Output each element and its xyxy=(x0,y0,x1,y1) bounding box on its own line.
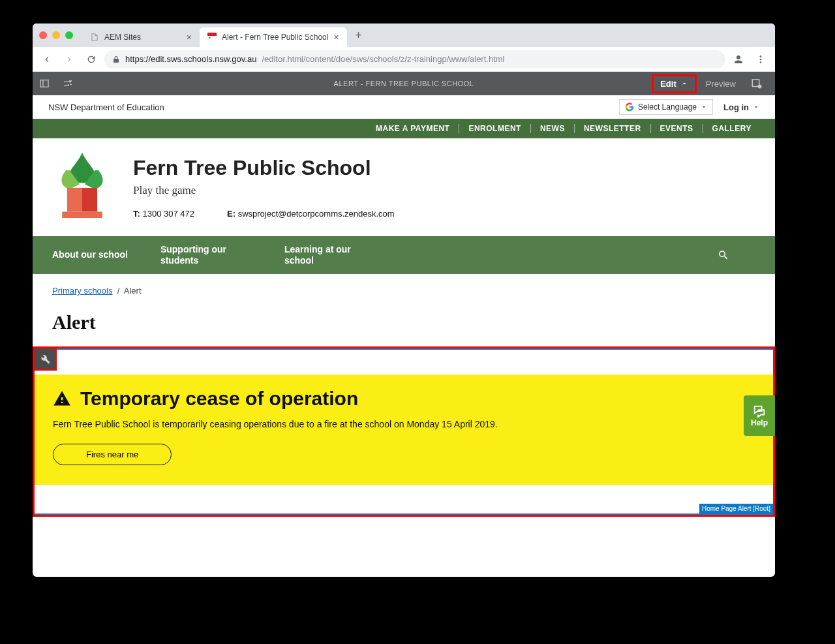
nav-item[interactable]: Learning at our school xyxy=(284,244,376,267)
svg-rect-1 xyxy=(207,36,217,42)
back-button[interactable] xyxy=(38,50,56,69)
phone-value: 1300 307 472 xyxy=(142,209,194,219)
school-header: Fern Tree Public School Play the game T:… xyxy=(33,138,775,236)
warning-icon xyxy=(53,390,71,408)
zoom-window-button[interactable] xyxy=(65,31,73,39)
language-selector[interactable]: Select Language xyxy=(619,99,713,115)
window-controls xyxy=(39,31,73,39)
utility-link[interactable]: MAKE A PAYMENT xyxy=(367,119,459,138)
browser-tab[interactable]: AEM Sites × xyxy=(82,27,200,47)
annotate-icon[interactable] xyxy=(745,72,768,95)
login-label: Log in xyxy=(723,102,749,112)
browser-tab[interactable]: Alert - Fern Tree Public School × xyxy=(200,27,347,47)
svg-point-2 xyxy=(209,37,210,38)
chevron-down-icon xyxy=(680,80,688,87)
svg-rect-14 xyxy=(62,211,102,218)
svg-point-5 xyxy=(760,61,762,63)
help-tab[interactable]: Help xyxy=(744,395,775,436)
close-tab-icon[interactable]: × xyxy=(333,32,339,42)
chevron-down-icon xyxy=(753,104,759,110)
page-icon xyxy=(207,33,217,42)
email-value: swsproject@detcorpcomms.zendesk.com xyxy=(238,209,395,219)
reload-button[interactable] xyxy=(82,50,100,69)
svg-rect-13 xyxy=(82,188,97,211)
profile-icon[interactable] xyxy=(729,50,748,69)
svg-rect-12 xyxy=(67,188,82,211)
svg-rect-0 xyxy=(207,33,217,36)
close-tab-icon[interactable]: × xyxy=(187,32,192,42)
tab-title: Alert - Fern Tree Public School xyxy=(222,33,328,42)
edit-mode-dropdown[interactable]: Edit xyxy=(652,74,697,93)
svg-point-11 xyxy=(758,85,762,89)
svg-point-3 xyxy=(760,55,762,57)
minimize-window-button[interactable] xyxy=(52,31,60,39)
utility-link[interactable]: NEWS xyxy=(531,119,574,138)
svg-point-8 xyxy=(69,81,71,83)
editor-toolbar: ALERT - FERN TREE PUBLIC SCHOOL Edit Pre… xyxy=(33,72,775,95)
page-title: Alert xyxy=(33,302,775,346)
email-label: E: xyxy=(227,209,235,219)
nav-item[interactable]: About our school xyxy=(52,249,128,261)
utility-link[interactable]: EVENTS xyxy=(651,119,703,138)
login-link[interactable]: Log in xyxy=(723,102,759,112)
close-window-button[interactable] xyxy=(39,31,47,39)
school-title-block: Fern Tree Public School Play the game T:… xyxy=(133,156,395,219)
browser-navbar: https://edit.sws.schools.nsw.gov.au/edit… xyxy=(33,47,775,72)
alert-box: Temporary cease of operation Fern Tree P… xyxy=(35,375,773,485)
preview-button[interactable]: Preview xyxy=(706,79,736,89)
site-top-strip: NSW Department of Education Select Langu… xyxy=(33,95,775,119)
school-contacts: T: 1300 307 472 E: swsproject@detcorpcom… xyxy=(133,209,395,219)
school-logo xyxy=(51,151,114,223)
breadcrumb-current: Alert xyxy=(124,286,142,296)
chevron-down-icon xyxy=(701,104,707,110)
tab-title: AEM Sites xyxy=(104,33,141,42)
main-nav: About our school Supporting our students… xyxy=(33,236,775,274)
nav-item[interactable]: Supporting our students xyxy=(160,244,252,267)
browser-window: AEM Sites × Alert - Fern Tree Public Sch… xyxy=(33,23,775,577)
browser-tabbar: AEM Sites × Alert - Fern Tree Public Sch… xyxy=(33,23,775,47)
utility-link[interactable]: ENROLMENT xyxy=(459,119,530,138)
sidepanel-toggle-icon[interactable] xyxy=(33,72,56,95)
alert-body: Fern Tree Public School is temporarily c… xyxy=(53,419,755,429)
phone-label: T: xyxy=(133,209,140,219)
address-bar[interactable]: https://edit.sws.schools.nsw.gov.au/edit… xyxy=(104,50,725,69)
school-name: Fern Tree Public School xyxy=(133,156,395,180)
svg-point-9 xyxy=(67,84,69,86)
breadcrumb-link[interactable]: Primary schools xyxy=(52,286,112,296)
department-label: NSW Department of Education xyxy=(48,102,164,112)
component-bottom-spacer: Home Page Alert [Root] xyxy=(35,485,773,515)
alert-cta-button[interactable]: Fires near me xyxy=(53,444,172,465)
search-icon[interactable] xyxy=(718,249,755,261)
utility-link[interactable]: GALLERY xyxy=(703,119,761,138)
component-root-label: Home Page Alert [Root] xyxy=(699,504,773,514)
url-path: /editor.html/content/doe/sws/schools/z/z… xyxy=(262,54,504,64)
svg-rect-6 xyxy=(40,80,48,87)
utility-nav: MAKE A PAYMENT ENROLMENT NEWS NEWSLETTER… xyxy=(33,119,775,138)
alert-component-selected[interactable]: Temporary cease of operation Fern Tree P… xyxy=(33,346,775,517)
settings-sliders-icon[interactable] xyxy=(56,72,80,95)
page-icon xyxy=(90,33,99,42)
component-top-spacer xyxy=(35,348,773,375)
utility-link[interactable]: NEWSLETTER xyxy=(575,119,650,138)
configure-wrench-button[interactable] xyxy=(33,347,57,371)
alert-heading: Temporary cease of operation xyxy=(80,388,358,410)
url-host: https://edit.sws.schools.nsw.gov.au xyxy=(125,54,256,64)
chat-icon xyxy=(752,404,767,418)
school-tagline: Play the game xyxy=(133,184,395,197)
breadcrumb: Primary schools / Alert xyxy=(33,274,775,302)
forward-button[interactable] xyxy=(60,50,78,69)
help-label: Help xyxy=(751,418,768,427)
google-g-icon xyxy=(625,102,634,112)
lock-icon xyxy=(112,55,120,63)
language-label: Select Language xyxy=(638,102,697,112)
menu-icon[interactable] xyxy=(752,50,770,69)
svg-point-4 xyxy=(760,58,762,60)
edit-mode-label: Edit xyxy=(660,79,676,89)
new-tab-button[interactable]: + xyxy=(351,27,367,43)
